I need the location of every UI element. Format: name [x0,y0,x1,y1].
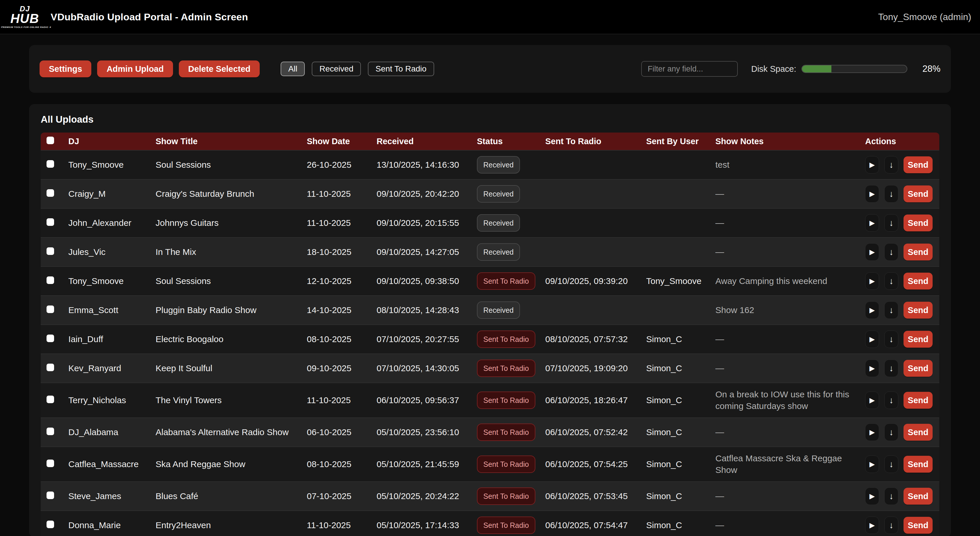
tab-sent-to-radio[interactable]: Sent To Radio [368,62,434,76]
show-title-cell: Alabama's Alternative Radio Show [150,427,301,438]
sent-to-radio-cell: 06/10/2025, 07:54:47 [539,519,640,531]
actions-cell: ▶ ↓ Send [859,360,939,377]
show-notes-cell: — [710,188,859,200]
play-button[interactable]: ▶ [865,423,879,441]
download-button[interactable]: ↓ [885,423,898,441]
table-row: Craigy_M Craigy's Saturday Brunch 11-10-… [41,179,939,208]
show-notes-cell: — [710,246,859,258]
dj-cell: Tony_Smoove [62,159,150,171]
send-button[interactable]: Send [904,186,932,202]
download-button[interactable]: ↓ [885,272,898,290]
col-dj: DJ [62,135,150,147]
status-badge: Received [477,185,520,203]
sent-by-user-cell: Simon_C [640,490,710,502]
download-button[interactable]: ↓ [885,243,898,261]
play-button[interactable]: ▶ [865,156,879,173]
received-cell: 09/10/2025, 14:27:05 [371,246,471,258]
row-select-cell [41,363,62,374]
send-button[interactable]: Send [904,517,932,534]
download-button[interactable]: ↓ [885,517,898,534]
filter-input[interactable] [641,61,738,77]
disk-space-progress-fill [802,65,831,72]
send-button[interactable]: Send [904,273,932,290]
play-button[interactable]: ▶ [865,330,879,348]
send-button[interactable]: Send [904,392,932,409]
send-button[interactable]: Send [904,456,932,473]
dj-cell: John_Alexander [62,217,150,229]
play-icon: ▶ [870,190,875,198]
play-button[interactable]: ▶ [865,214,879,232]
row-checkbox[interactable] [46,276,54,284]
row-checkbox[interactable] [46,218,54,226]
status-cell: Sent To Radio [471,455,539,473]
download-button[interactable]: ↓ [885,487,898,505]
send-button[interactable]: Send [904,488,932,504]
send-button[interactable]: Send [904,156,932,173]
download-button[interactable]: ↓ [885,360,898,377]
table-row: Kev_Ranyard Keep It Soulful 09-10-2025 0… [41,354,939,382]
send-button[interactable]: Send [904,360,932,377]
row-checkbox[interactable] [46,247,54,255]
tab-all[interactable]: All [281,62,305,76]
play-icon: ▶ [870,161,875,169]
download-button[interactable]: ↓ [885,301,898,319]
play-button[interactable]: ▶ [865,243,879,261]
row-select-cell [41,490,62,502]
send-button[interactable]: Send [904,302,932,319]
download-button[interactable]: ↓ [885,214,898,232]
row-checkbox[interactable] [46,492,54,499]
row-select-cell [41,275,62,287]
download-button[interactable]: ↓ [885,185,898,203]
row-checkbox[interactable] [46,460,54,467]
select-all-checkbox[interactable] [46,136,54,144]
received-cell: 05/10/2025, 17:14:33 [371,519,471,531]
send-button[interactable]: Send [904,214,932,232]
play-button[interactable]: ▶ [865,185,879,203]
status-badge: Sent To Radio [477,272,535,290]
row-checkbox[interactable] [46,306,54,313]
tab-received[interactable]: Received [312,62,361,76]
row-checkbox[interactable] [46,335,54,342]
play-button[interactable]: ▶ [865,487,879,505]
play-button[interactable]: ▶ [865,517,879,534]
play-button[interactable]: ▶ [865,392,879,409]
download-button[interactable]: ↓ [885,455,898,473]
show-title-cell: Pluggin Baby Radio Show [150,304,301,316]
dj-cell: Terry_Nicholas [62,395,150,406]
actions-cell: ▶ ↓ Send [859,423,939,441]
show-date-cell: 09-10-2025 [301,363,371,374]
play-button[interactable]: ▶ [865,455,879,473]
play-button[interactable]: ▶ [865,301,879,319]
send-button[interactable]: Send [904,331,932,348]
status-badge: Sent To Radio [477,360,535,377]
delete-selected-button[interactable]: Delete Selected [179,60,260,77]
table-row: DJ_Alabama Alabama's Alternative Radio S… [41,417,939,446]
download-button[interactable]: ↓ [885,330,898,348]
logo-tagline: ★ PREMIUM TOOLS FOR ONLINE RADIO ★ [0,26,51,29]
row-checkbox[interactable] [46,396,54,403]
toolbar: Settings Admin Upload Delete Selected Al… [29,45,951,93]
play-icon: ▶ [870,428,875,436]
row-checkbox[interactable] [46,520,54,528]
admin-upload-button[interactable]: Admin Upload [97,60,173,77]
send-button[interactable]: Send [904,424,932,441]
send-button[interactable]: Send [904,244,932,260]
download-button[interactable]: ↓ [885,156,898,173]
show-notes-cell: On a break to IOW use this for this comi… [710,389,859,412]
col-status: Status [471,135,539,147]
row-checkbox[interactable] [46,189,54,197]
row-checkbox[interactable] [46,364,54,371]
row-checkbox[interactable] [46,428,54,435]
dj-cell: Tony_Smoove [62,275,150,287]
settings-button[interactable]: Settings [40,60,91,77]
received-cell: 05/10/2025, 23:56:10 [371,427,471,438]
show-notes-cell: Show 162 [710,304,859,316]
row-checkbox[interactable] [46,160,54,168]
page-title: VDubRadio Upload Portal - Admin Screen [51,11,248,23]
play-button[interactable]: ▶ [865,272,879,290]
play-button[interactable]: ▶ [865,360,879,377]
row-select-cell [41,246,62,258]
download-button[interactable]: ↓ [885,392,898,409]
row-select-cell [41,427,62,438]
show-date-cell: 11-10-2025 [301,395,371,406]
